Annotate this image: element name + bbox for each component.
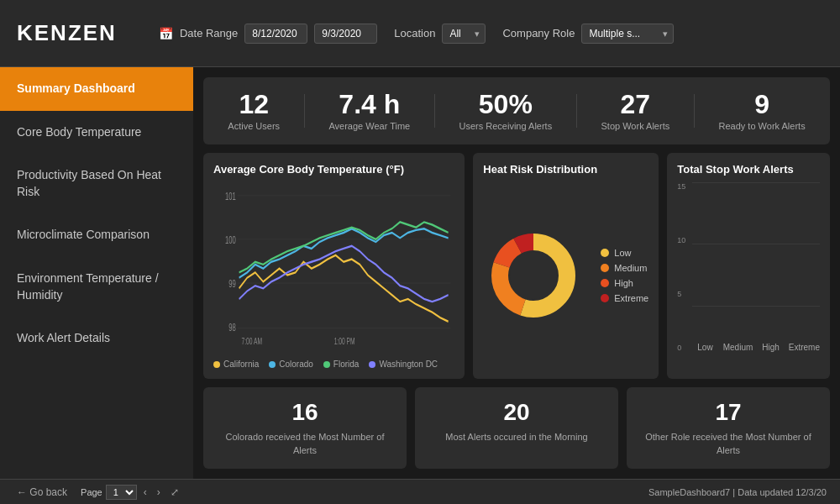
bar-group-medium: Medium — [723, 339, 753, 352]
location-select[interactable]: All — [442, 24, 486, 44]
location-label: Location — [394, 27, 435, 39]
footer-left: ← Go back Page 1 ‹ › ⤢ — [13, 485, 182, 500]
bar-chart-title: Total Stop Work Alerts — [677, 163, 820, 176]
legend-low: Low — [601, 248, 648, 258]
date-range-label: Date Range — [180, 27, 238, 39]
footer-nav: ← Go back — [13, 485, 71, 500]
stat-wear-time: 7.4 h Average Wear Time — [328, 91, 410, 131]
page-select-group: Page 1 ‹ › ⤢ — [81, 485, 182, 500]
footer-right: SampleDashboard7 | Data updated 12/3/20 — [648, 487, 827, 497]
date-start-input[interactable] — [244, 24, 307, 44]
bar-group-high: High — [758, 339, 783, 352]
bottom-stats: 16 Colorado received the Most Number of … — [203, 387, 830, 469]
bottom-stat-colorado: 16 Colorado received the Most Number of … — [203, 387, 407, 469]
date-end-input[interactable] — [314, 24, 377, 44]
svg-text:1:00 PM: 1:00 PM — [334, 336, 355, 346]
legend-medium: Medium — [601, 263, 648, 273]
svg-text:99: 99 — [228, 278, 236, 289]
legend-dot-california — [213, 361, 220, 368]
legend-dot-florida — [323, 361, 330, 368]
location-group: Location All — [394, 24, 486, 44]
sidebar-item-summary[interactable]: Summary Dashboard — [0, 67, 193, 111]
location-select-wrapper: All — [442, 24, 486, 44]
line-chart-legend: California Colorado Florida Washington D… — [213, 360, 454, 369]
donut-chart-card: Heat Risk Distribution — [473, 153, 659, 379]
calendar-icon: 📅 — [159, 27, 173, 40]
footer: ← Go back Page 1 ‹ › ⤢ SampleDashboard7 … — [0, 479, 840, 504]
stat-divider-1 — [304, 94, 305, 128]
stat-ready-to-work: 9 Ready to Work Alerts — [719, 91, 806, 131]
svg-text:101: 101 — [225, 191, 236, 202]
stat-divider-3 — [576, 94, 577, 128]
legend-colorado: Colorado — [269, 360, 313, 369]
sidebar-item-microclimate[interactable]: Microclimate Comparison — [0, 213, 193, 257]
donut-chart-title: Heat Risk Distribution — [483, 163, 648, 176]
legend-washington-dc: Washington DC — [369, 360, 438, 369]
page-number-select[interactable]: 1 — [106, 485, 137, 500]
page-next-button[interactable]: › — [154, 485, 164, 500]
line-chart-title: Average Core Body Temperature (°F) — [213, 163, 454, 176]
company-role-select-wrapper: Multiple s... — [581, 24, 674, 44]
grid-10 — [692, 244, 820, 244]
page-expand-button[interactable]: ⤢ — [167, 485, 182, 500]
legend-high: High — [601, 278, 648, 288]
sidebar-item-productivity[interactable]: Productivity Based On Heat Risk — [0, 154, 193, 213]
bottom-stat-morning: 20 Most Alerts occured in the Morning — [415, 387, 618, 469]
donut-svg — [483, 225, 584, 326]
svg-point-14 — [510, 252, 557, 299]
logo: KENZEN — [17, 20, 117, 46]
bar-group-extreme: Extreme — [789, 339, 820, 352]
line-chart-card: Average Core Body Temperature (°F) 101 1… — [203, 153, 465, 379]
legend-california: California — [213, 360, 259, 369]
grid-5 — [692, 306, 820, 307]
grid-15 — [692, 182, 820, 183]
stat-active-users: 12 Active Users — [228, 91, 280, 131]
stat-stop-work: 27 Stop Work Alerts — [601, 91, 669, 131]
sidebar-item-work-alert[interactable]: Work Alert Details — [0, 317, 193, 360]
svg-text:98: 98 — [228, 322, 236, 333]
sidebar: Summary Dashboard Core Body Temperature … — [0, 67, 193, 479]
charts-row: Average Core Body Temperature (°F) 101 1… — [203, 153, 830, 379]
bar-chart-area: 15 10 5 0 Low — [677, 182, 820, 369]
stat-receiving-alerts: 50% Users Receiving Alerts — [459, 91, 553, 131]
line-chart-area: 101 100 99 98 7:00 AM 1:00 PM — [213, 182, 454, 354]
line-chart-svg: 101 100 99 98 7:00 AM 1:00 PM — [213, 182, 454, 354]
y-axis: 15 10 5 0 — [677, 182, 692, 369]
dot-high — [601, 279, 609, 287]
company-role-label: Company Role — [502, 27, 575, 39]
dot-medium — [601, 264, 609, 272]
date-range-group: 📅 Date Range — [159, 24, 377, 44]
go-back-button[interactable]: ← Go back — [13, 485, 71, 500]
main-layout: Summary Dashboard Core Body Temperature … — [0, 67, 840, 479]
stats-row: 12 Active Users 7.4 h Average Wear Time … — [203, 77, 830, 144]
donut-legend: Low Medium High Extreme — [601, 248, 648, 303]
sidebar-item-environment[interactable]: Environment Temperature / Humidity — [0, 257, 193, 317]
donut-chart-area: Low Medium High Extreme — [483, 182, 648, 369]
bar-chart-card: Total Stop Work Alerts 15 10 5 0 — [667, 153, 830, 379]
bar-group-low: Low — [692, 339, 717, 352]
bars-container: Low Medium High Extreme — [692, 182, 820, 369]
stat-divider-2 — [434, 94, 435, 128]
legend-dot-colorado — [269, 361, 276, 368]
legend-dot-washington-dc — [369, 361, 375, 368]
page-prev-button[interactable]: ‹ — [140, 485, 150, 500]
bottom-stat-other-role: 17 Other Role received the Most Number o… — [627, 387, 830, 469]
company-role-group: Company Role Multiple s... — [502, 24, 674, 44]
stat-divider-4 — [694, 94, 695, 128]
company-role-select[interactable]: Multiple s... — [581, 24, 674, 44]
dot-extreme — [601, 294, 609, 302]
sidebar-item-core-body[interactable]: Core Body Temperature — [0, 111, 193, 155]
dot-low — [601, 249, 609, 257]
legend-extreme: Extreme — [601, 293, 648, 303]
content-area: 12 Active Users 7.4 h Average Wear Time … — [193, 67, 840, 479]
svg-text:100: 100 — [225, 234, 236, 245]
legend-florida: Florida — [323, 360, 360, 369]
topbar: KENZEN 📅 Date Range Location All Company… — [0, 0, 840, 67]
svg-text:7:00 AM: 7:00 AM — [242, 336, 263, 346]
